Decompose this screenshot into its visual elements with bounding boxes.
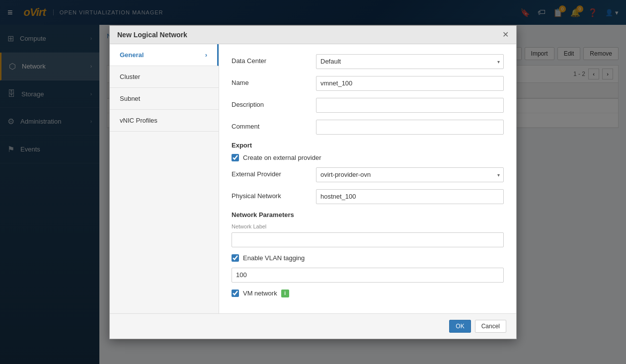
- dialog-body: General › Cluster Subnet vNIC Profiles D…: [110, 44, 516, 313]
- vlan-tag-input[interactable]: [232, 268, 504, 283]
- description-label: Description: [232, 98, 311, 108]
- description-row: Description: [232, 98, 504, 113]
- enable-vlan-label[interactable]: Enable VLAN tagging: [243, 254, 305, 262]
- dialog-tab-subnet[interactable]: Subnet: [110, 88, 219, 110]
- dialog-sidebar: General › Cluster Subnet vNIC Profiles: [110, 44, 219, 313]
- vm-network-row: VM network i: [232, 290, 504, 297]
- create-on-external-row: Create on external provider: [232, 154, 504, 161]
- dialog-tab-subnet-label: Subnet: [120, 95, 140, 102]
- name-row: Name: [232, 76, 504, 91]
- create-on-external-checkbox[interactable]: [232, 154, 239, 161]
- dialog-tab-general[interactable]: General ›: [110, 44, 219, 66]
- dialog-footer: OK Cancel: [110, 313, 516, 339]
- dialog-tab-cluster-label: Cluster: [120, 73, 140, 80]
- enable-vlan-row: Enable VLAN tagging: [232, 254, 504, 262]
- dialog-tab-general-label: General: [120, 51, 144, 59]
- dialog-form-content: Data Center Default ▾ Name Description: [219, 44, 516, 313]
- export-section-title: Export: [232, 142, 504, 149]
- vlan-tag-row: [232, 268, 504, 283]
- name-label: Name: [232, 76, 311, 86]
- comment-label: Comment: [232, 120, 311, 130]
- chevron-right-icon-general: ›: [205, 51, 207, 59]
- network-label-sublabel: Network Label: [232, 223, 504, 229]
- physical-network-row: Physical Network: [232, 189, 504, 204]
- vm-network-info-icon[interactable]: i: [281, 290, 289, 297]
- data-center-label: Data Center: [232, 54, 311, 65]
- external-provider-select[interactable]: ovirt-provider-ovn: [316, 167, 504, 182]
- external-provider-select-wrapper: ovirt-provider-ovn ▾: [316, 167, 504, 182]
- dialog-title: New Logical Network: [117, 31, 187, 39]
- description-input[interactable]: [316, 98, 504, 113]
- vm-network-label[interactable]: VM network: [243, 290, 277, 297]
- physical-network-input[interactable]: [316, 189, 504, 204]
- network-params-title: Network Parameters: [232, 211, 504, 218]
- data-center-select[interactable]: Default: [316, 54, 504, 69]
- network-label-input[interactable]: [232, 232, 504, 247]
- ok-button[interactable]: OK: [449, 320, 470, 333]
- dialog-tab-cluster[interactable]: Cluster: [110, 66, 219, 88]
- dialog-close-button[interactable]: ✕: [502, 31, 509, 39]
- dialog-tab-vnic[interactable]: vNIC Profiles: [110, 110, 219, 132]
- name-input[interactable]: [316, 76, 504, 91]
- data-center-row: Data Center Default ▾: [232, 54, 504, 69]
- vm-network-checkbox[interactable]: [232, 290, 239, 297]
- cancel-button[interactable]: Cancel: [475, 320, 506, 333]
- dialog-tab-vnic-label: vNIC Profiles: [120, 117, 157, 124]
- dialog-header: New Logical Network ✕: [110, 26, 516, 44]
- network-label-row: [232, 232, 504, 247]
- dialog-overlay: New Logical Network ✕ General › Cluster …: [0, 0, 626, 364]
- comment-input[interactable]: [316, 120, 504, 135]
- create-on-external-label[interactable]: Create on external provider: [243, 154, 321, 161]
- external-provider-row: External Provider ovirt-provider-ovn ▾: [232, 167, 504, 182]
- new-logical-network-dialog: New Logical Network ✕ General › Cluster …: [109, 25, 517, 339]
- enable-vlan-checkbox[interactable]: [232, 254, 239, 262]
- comment-row: Comment: [232, 120, 504, 135]
- external-provider-label: External Provider: [232, 167, 311, 178]
- physical-network-label: Physical Network: [232, 189, 311, 200]
- network-params-section: Network Parameters Network Label Enable …: [232, 211, 504, 297]
- data-center-select-wrapper: Default ▾: [316, 54, 504, 69]
